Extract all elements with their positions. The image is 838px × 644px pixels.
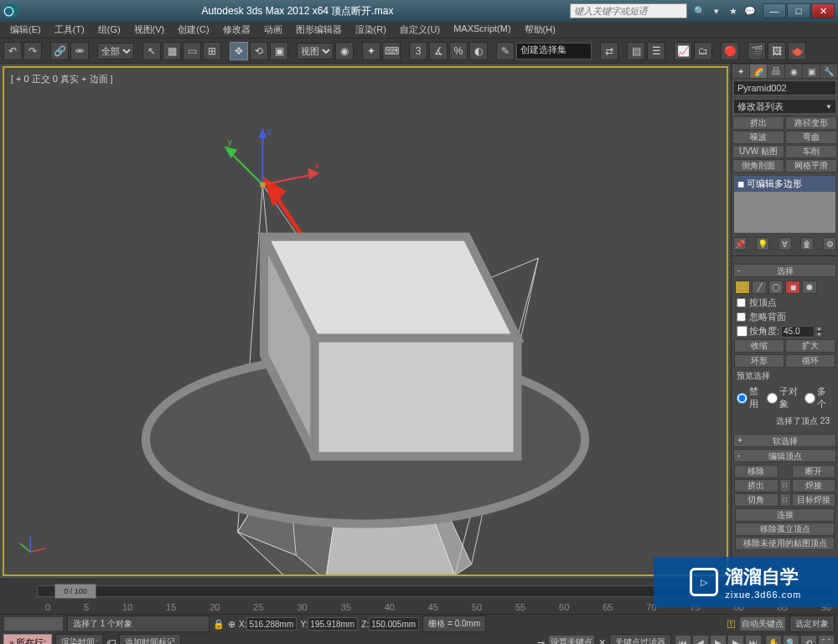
tab-modify[interactable]: 🌈	[750, 64, 767, 78]
spinner-snap-toggle[interactable]: ◐	[469, 42, 488, 60]
edit-named-sel-button[interactable]: ✎	[496, 42, 515, 60]
select-region-button[interactable]: ▭	[183, 42, 201, 60]
layer-button[interactable]: ☰	[647, 42, 665, 60]
viewport-max-button[interactable]: ⛶	[818, 635, 835, 644]
move-button[interactable]: ✥	[230, 42, 248, 60]
undo-button[interactable]: ↶	[3, 42, 22, 60]
mirror-button[interactable]: ⇄	[600, 42, 618, 60]
stack-unique-button[interactable]: ∀	[779, 237, 792, 250]
script-line-field[interactable]: » 所在行:	[3, 634, 52, 645]
extrude-button[interactable]: 挤出	[734, 479, 779, 492]
break-button[interactable]: 断开	[792, 465, 836, 478]
key-icon[interactable]: ⚿	[727, 619, 736, 629]
remove-iso-button[interactable]: 移除孤立顶点	[735, 523, 835, 536]
tab-create[interactable]: ✦	[732, 64, 749, 78]
remove-unused-button[interactable]: 移除未使用的贴图顶点	[735, 537, 835, 550]
subobj-polygon[interactable]: ◼	[785, 281, 800, 294]
next-frame-button[interactable]: ▶	[727, 635, 744, 644]
render-button[interactable]: 🫖	[788, 42, 806, 60]
connect-button[interactable]: 连接	[735, 508, 835, 522]
remove-button[interactable]: 移除	[734, 465, 779, 478]
menu-view[interactable]: 视图(V)	[127, 22, 172, 38]
speech-icon[interactable]: 💬	[742, 3, 758, 18]
mod-btn-lathe[interactable]: 车削	[785, 145, 837, 158]
menu-animation[interactable]: 动画	[257, 22, 289, 38]
menu-group[interactable]: 组(G)	[91, 22, 127, 38]
mod-btn-bevel[interactable]: 倒角剖面	[732, 159, 784, 173]
subobj-edge[interactable]: ╱	[752, 281, 767, 294]
viewport-pan-button[interactable]: ✋	[765, 635, 782, 644]
goto-start-button[interactable]: ⏮	[675, 635, 691, 644]
select-name-button[interactable]: ▦	[163, 42, 181, 60]
stack-pin-button[interactable]: 📌	[733, 237, 747, 250]
rollout-editvert-header[interactable]: 编辑顶点	[733, 449, 836, 462]
stack-show-button[interactable]: 💡	[756, 237, 769, 250]
material-editor-button[interactable]: 🔴	[721, 42, 739, 60]
angle-snap-toggle[interactable]: ∡	[429, 42, 447, 60]
z-coord[interactable]	[369, 617, 419, 631]
render-frame-button[interactable]: 🖼	[768, 42, 786, 60]
target-weld-button[interactable]: 目标焊接	[792, 493, 836, 507]
redo-button[interactable]: ↷	[23, 42, 42, 60]
subobj-border[interactable]: ◯	[768, 281, 784, 294]
align-button[interactable]: ▤	[627, 42, 645, 60]
by-angle-check[interactable]	[737, 326, 747, 337]
tab-display[interactable]: ▣	[803, 64, 820, 78]
menu-help[interactable]: 帮助(H)	[518, 22, 562, 38]
subobj-vertex[interactable]: ∴	[735, 281, 750, 294]
rollout-softsel-header[interactable]: 软选择	[733, 434, 836, 447]
by-vertex-check[interactable]	[737, 298, 746, 307]
menu-tools[interactable]: 工具(T)	[48, 22, 91, 38]
manipulate-button[interactable]: ✦	[362, 42, 380, 60]
star-icon[interactable]: ★	[726, 3, 741, 18]
menu-render[interactable]: 渲染(R)	[349, 22, 393, 38]
curve-editor-button[interactable]: 📈	[674, 42, 692, 60]
render-setup-button[interactable]: 🎬	[747, 42, 766, 60]
stack-config-button[interactable]: ⚙	[823, 237, 836, 250]
minimize-button[interactable]: —	[763, 3, 786, 18]
viewport-orbit-button[interactable]: ⟲	[800, 635, 817, 644]
menu-edit[interactable]: 编辑(E)	[3, 22, 48, 38]
ignore-backface-check[interactable]	[737, 312, 746, 322]
extrude-opt[interactable]: □	[779, 479, 791, 492]
tab-utilities[interactable]: 🔧	[820, 64, 837, 78]
filter-dropdown[interactable]: 全部	[97, 43, 134, 59]
search-icon[interactable]: 🔍	[692, 3, 707, 18]
chamfer-opt[interactable]: □	[779, 493, 791, 507]
scale-button[interactable]: ▣	[270, 42, 288, 60]
x-coord[interactable]	[246, 617, 297, 631]
maximize-button[interactable]: □	[787, 3, 810, 18]
grow-button[interactable]: 扩大	[785, 339, 835, 353]
play-button[interactable]: ▶	[710, 635, 727, 644]
chamfer-button[interactable]: 切角	[734, 493, 779, 507]
preview-subobj-radio[interactable]	[767, 393, 778, 404]
menu-graph[interactable]: 图形编辑器	[289, 22, 349, 38]
mod-btn-uvw[interactable]: UVW 贴图	[732, 145, 784, 158]
loop-button[interactable]: 循环	[785, 354, 835, 368]
window-crossing-button[interactable]: ⊞	[203, 42, 221, 60]
percent-snap-toggle[interactable]: %	[449, 42, 468, 60]
menu-modifiers[interactable]: 修改器	[216, 22, 257, 38]
refcoord-dropdown[interactable]: 视图	[297, 43, 334, 59]
mod-btn-meshsmooth[interactable]: 网格平滑	[785, 159, 837, 173]
prev-frame-button[interactable]: ◀	[692, 635, 709, 644]
link-button[interactable]: 🔗	[50, 42, 69, 60]
weld-button[interactable]: 焊接	[792, 479, 836, 492]
y-coord[interactable]	[308, 617, 358, 631]
modifier-stack[interactable]: ◼ 可编辑多边形	[733, 175, 836, 234]
mod-btn-pathdeform[interactable]: 路径变形	[785, 116, 837, 130]
preview-multi-radio[interactable]	[804, 393, 815, 404]
angle-spinner[interactable]	[781, 326, 815, 337]
modifier-list-dropdown[interactable]: 修改器列表	[733, 99, 836, 114]
pivot-button[interactable]: ◉	[335, 42, 354, 60]
viewport-zoom-button[interactable]: 🔍	[783, 635, 799, 644]
setkey-button[interactable]: 设置关键点	[548, 635, 595, 644]
viewport[interactable]: [ + 0 正交 0 真实 + 边面 ]	[3, 67, 727, 575]
stack-item-epoly[interactable]: ◼ 可编辑多边形	[734, 176, 835, 192]
preview-disable-radio[interactable]	[737, 393, 747, 404]
autokey-button[interactable]: 自动关键点	[739, 616, 786, 631]
stack-remove-button[interactable]: 🗑	[800, 237, 814, 250]
menu-customize[interactable]: 自定义(U)	[393, 22, 447, 38]
goto-end-button[interactable]: ⏭	[745, 635, 762, 644]
time-thumb[interactable]: 0 / 100	[54, 584, 96, 599]
